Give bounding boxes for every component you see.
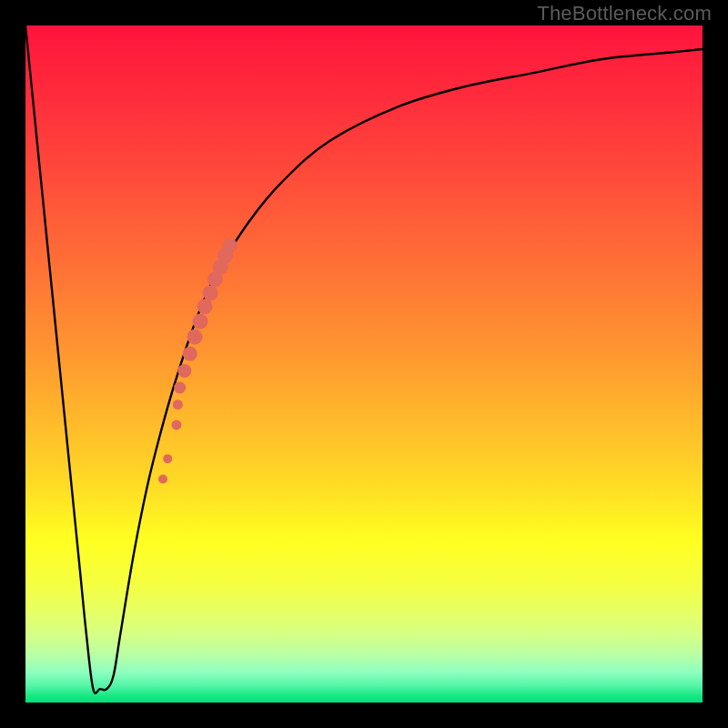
highlight-marker: [173, 399, 183, 410]
highlight-marker: [203, 285, 218, 300]
highlight-marker: [177, 364, 191, 378]
watermark: TheBottleneck.com: [537, 2, 712, 25]
highlight-marker: [171, 420, 181, 430]
chart-svg: [0, 0, 728, 728]
highlight-marker: [174, 382, 186, 394]
highlight-marker: [197, 298, 213, 314]
highlight-marker: [223, 238, 238, 253]
highlight-marker: [163, 454, 172, 463]
highlight-marker: [192, 314, 207, 329]
chart-frame: { "watermark": "TheBottleneck.com", "col…: [0, 0, 728, 728]
highlight-marker: [158, 474, 167, 483]
plot-background: [25, 25, 703, 703]
highlight-marker: [187, 329, 203, 345]
highlight-marker: [183, 347, 197, 361]
